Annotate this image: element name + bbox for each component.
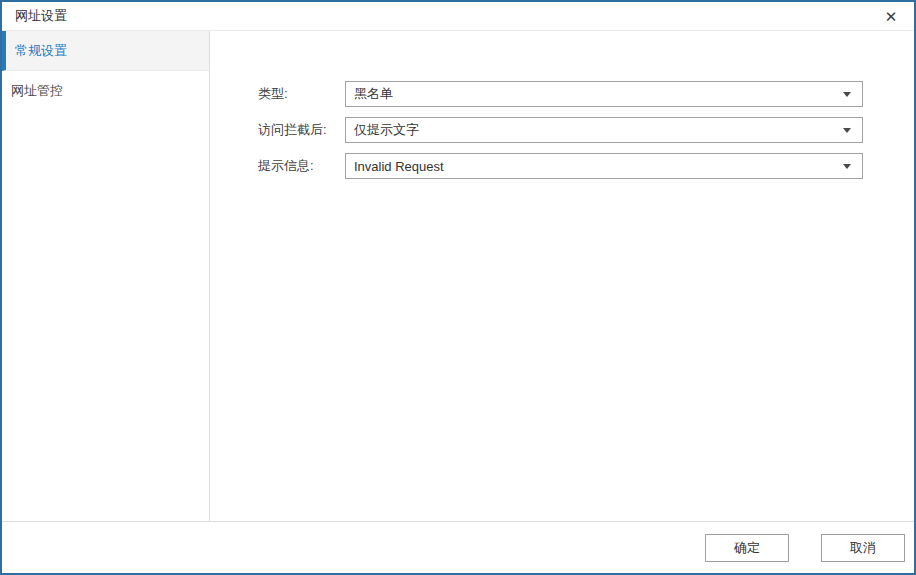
type-select-value: 黑名单: [354, 85, 393, 103]
chevron-down-icon: [843, 128, 851, 133]
sidebar-item-url-control[interactable]: 网址管控: [2, 71, 209, 111]
prompt-message-label: 提示信息:: [258, 157, 345, 175]
block-action-select[interactable]: 仅提示文字: [345, 117, 863, 143]
chevron-down-icon: [843, 92, 851, 97]
sidebar-item-general-settings[interactable]: 常规设置: [2, 31, 209, 71]
sidebar-item-label: 网址管控: [11, 82, 63, 100]
close-icon[interactable]: ✕: [876, 2, 906, 30]
type-select[interactable]: 黑名单: [345, 81, 863, 107]
form-row-type: 类型: 黑名单: [258, 81, 914, 107]
dialog-body: 常规设置 网址管控 类型: 黑名单 访问拦截后: 仅提示文字: [2, 31, 914, 521]
dialog-title: 网址设置: [15, 7, 67, 25]
chevron-down-icon: [843, 164, 851, 169]
title-bar: 网址设置 ✕: [2, 2, 914, 31]
type-label: 类型:: [258, 85, 345, 103]
cancel-button[interactable]: 取消: [821, 534, 905, 562]
prompt-message-select-value: Invalid Request: [354, 159, 444, 174]
settings-panel: 类型: 黑名单 访问拦截后: 仅提示文字 提示信息: Invalid Reque…: [210, 31, 914, 521]
ok-button[interactable]: 确定: [705, 534, 789, 562]
form-row-block-action: 访问拦截后: 仅提示文字: [258, 117, 914, 143]
sidebar: 常规设置 网址管控: [2, 31, 210, 521]
url-settings-dialog: 网址设置 ✕ 常规设置 网址管控 类型: 黑名单 访问拦截后:: [0, 0, 916, 575]
form-row-prompt-message: 提示信息: Invalid Request: [258, 153, 914, 179]
sidebar-item-label: 常规设置: [15, 42, 67, 60]
block-action-label: 访问拦截后:: [258, 121, 345, 139]
prompt-message-select[interactable]: Invalid Request: [345, 153, 863, 179]
block-action-select-value: 仅提示文字: [354, 121, 419, 139]
footer: 确定 取消: [2, 521, 914, 573]
